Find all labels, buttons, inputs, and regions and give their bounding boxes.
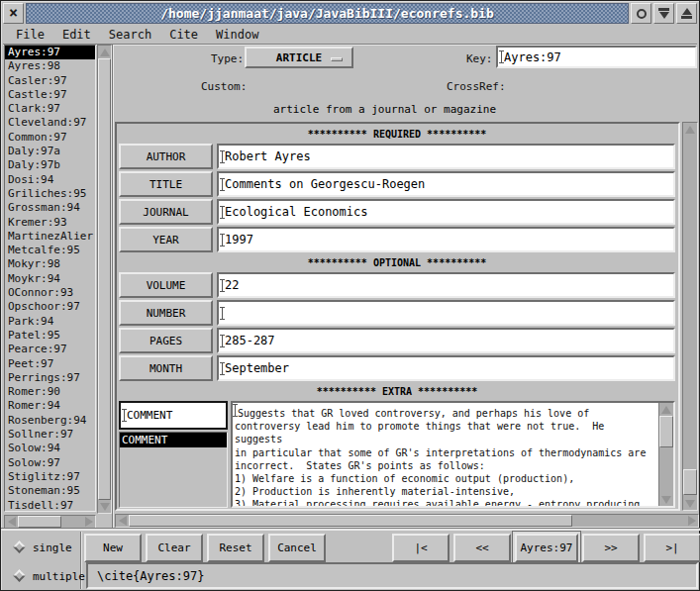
scroll-up-arrow[interactable]	[683, 123, 697, 136]
reference-list-item[interactable]: Peet:97	[5, 357, 95, 371]
field-text-input[interactable]: September	[217, 355, 675, 381]
cite-command-field[interactable]: \cite{Ayres:97}	[86, 562, 698, 589]
reference-list-item[interactable]: Solow:97	[5, 456, 95, 470]
extra-field-list-item[interactable]: COMMENT	[120, 433, 227, 447]
iconify-button[interactable]	[631, 3, 651, 24]
reference-list-item[interactable]: Romer:90	[5, 385, 95, 399]
menu-item[interactable]: Edit	[62, 28, 91, 42]
single-mode-label[interactable]: single	[33, 542, 72, 554]
nav-button[interactable]: <<	[453, 534, 511, 562]
action-button[interactable]: Clear	[146, 534, 203, 562]
form-panel-hscrollbar[interactable]	[115, 514, 699, 528]
menu-item[interactable]: Cite	[169, 28, 198, 42]
extra-textarea-vscrollbar[interactable]	[658, 403, 673, 506]
reference-list-item[interactable]: Patel:95	[5, 329, 95, 343]
scrollbar-thumb[interactable]	[18, 516, 61, 528]
field-text-input[interactable]	[217, 300, 675, 326]
reference-list-item[interactable]: Opschoor:97	[5, 300, 95, 314]
menu-item[interactable]: Search	[109, 28, 151, 42]
scroll-right-arrow[interactable]	[685, 515, 698, 527]
field-text-input[interactable]: Ecological Economics	[217, 199, 675, 225]
extra-textarea[interactable]: Suggests that GR loved controversy, and …	[233, 403, 658, 506]
reference-list-item[interactable]: Cleveland:97	[5, 116, 95, 130]
scrollbar-trough[interactable]	[18, 516, 82, 528]
scrollbar-thumb[interactable]	[98, 58, 111, 500]
scroll-right-arrow[interactable]	[82, 516, 95, 528]
multiple-mode-radio[interactable]	[13, 569, 26, 582]
reference-list-item[interactable]: Kremer:93	[5, 216, 95, 230]
scrollbar-thumb[interactable]	[659, 416, 673, 447]
reference-list-item[interactable]: Pearce:97	[5, 343, 95, 356]
field-text-input[interactable]: 22	[217, 272, 675, 298]
reference-list-item[interactable]: Daly:97b	[5, 158, 95, 172]
reference-list-item[interactable]: MartinezAlier:9	[5, 230, 95, 244]
form-panel-vscrollbar[interactable]	[682, 122, 698, 511]
field-label-button[interactable]: NUMBER	[119, 300, 213, 326]
scrollbar-trough[interactable]	[683, 136, 697, 497]
reference-list-item[interactable]: Perrings:97	[5, 371, 95, 385]
field-text-input[interactable]: 285-287	[217, 328, 675, 353]
field-label-button[interactable]: PAGES	[119, 328, 213, 353]
reference-list-item[interactable]: Ayres:98	[5, 59, 95, 73]
reference-list-item[interactable]: Metcalfe:95	[5, 244, 95, 257]
reference-list-hscrollbar[interactable]	[4, 515, 96, 529]
reference-list-item[interactable]: Ayres:97	[5, 46, 95, 59]
reference-list-item[interactable]: Griliches:95	[5, 187, 95, 201]
field-text-input[interactable]: 1997	[217, 227, 675, 252]
field-label-button[interactable]: JOURNAL	[119, 199, 213, 225]
reference-list-item[interactable]: Mokyr:98	[5, 257, 95, 271]
reference-list-item[interactable]: Solow:94	[5, 442, 95, 455]
extra-field-name-input[interactable]: COMMENT	[119, 401, 228, 430]
reference-list-item[interactable]: Casler:97	[5, 74, 95, 88]
scroll-left-arrow[interactable]	[116, 515, 129, 527]
field-label-button[interactable]: VOLUME	[119, 272, 213, 298]
menu-item[interactable]: File	[16, 28, 45, 42]
reference-list-item[interactable]: Daly:97a	[5, 145, 95, 158]
reference-list-item[interactable]: Romer:94	[5, 399, 95, 413]
titlebar[interactable]: × /home/jjanmaat/java/JavaBibIII/econref…	[3, 3, 697, 24]
reference-list-item[interactable]: Castle:97	[5, 88, 95, 102]
reference-list-vscrollbar[interactable]	[97, 45, 112, 514]
nav-button[interactable]: >|	[644, 534, 700, 562]
field-text-input[interactable]: Robert Ayres	[217, 144, 675, 169]
field-label-button[interactable]: AUTHOR	[119, 144, 213, 169]
lower-button[interactable]	[653, 3, 674, 24]
single-mode-radio[interactable]	[13, 541, 26, 553]
field-text-input[interactable]: Comments on Georgescu-Roegen	[217, 171, 675, 197]
scrollbar-trough[interactable]	[659, 416, 673, 493]
raise-button[interactable]	[676, 3, 697, 24]
scroll-down-arrow[interactable]	[98, 500, 111, 513]
nav-button[interactable]: >>	[582, 534, 640, 562]
close-button[interactable]: ×	[3, 3, 24, 24]
scrollbar-thumb[interactable]	[683, 469, 697, 495]
reference-list-item[interactable]: Park:94	[5, 315, 95, 329]
scroll-up-arrow[interactable]	[659, 403, 673, 416]
reference-list-item[interactable]: OConnor:93	[5, 286, 95, 300]
scroll-up-arrow[interactable]	[98, 46, 111, 58]
multiple-mode-label[interactable]: multiple	[33, 570, 85, 583]
action-button[interactable]: Cancel	[268, 534, 326, 562]
field-label-button[interactable]: MONTH	[119, 355, 213, 381]
menu-item[interactable]: Window	[216, 28, 258, 42]
reference-list-item[interactable]: Common:97	[5, 131, 95, 145]
reference-list-item[interactable]: Tisdell:97	[5, 499, 95, 513]
field-label-button[interactable]: YEAR	[119, 227, 213, 252]
scroll-left-arrow[interactable]	[5, 516, 18, 528]
key-field[interactable]: Ayres:97	[496, 46, 697, 68]
type-option-menu[interactable]: ARTICLE	[245, 47, 353, 68]
reference-list-item[interactable]: Grossman:94	[5, 201, 95, 215]
scroll-down-arrow[interactable]	[659, 493, 673, 506]
field-label-button[interactable]: TITLE	[119, 171, 213, 197]
action-button[interactable]: New	[84, 534, 142, 562]
titlebar-drag-area[interactable]: /home/jjanmaat/java/JavaBibIII/econrefs.…	[26, 3, 629, 24]
reference-list-item[interactable]: Stoneman:95	[5, 484, 95, 498]
reference-list-item[interactable]: Dosi:94	[5, 173, 95, 187]
reference-list-item[interactable]: Clark:97	[5, 102, 95, 116]
action-button[interactable]: Reset	[207, 534, 264, 562]
scrollbar-trough[interactable]	[129, 515, 685, 527]
reference-list-item[interactable]: Rosenberg:94	[5, 414, 95, 428]
scroll-down-arrow[interactable]	[683, 497, 697, 510]
nav-button[interactable]: |<	[392, 534, 450, 562]
nav-button[interactable]: Ayres:97	[515, 534, 578, 562]
reference-list-item[interactable]: Stiglitz:97	[5, 470, 95, 484]
